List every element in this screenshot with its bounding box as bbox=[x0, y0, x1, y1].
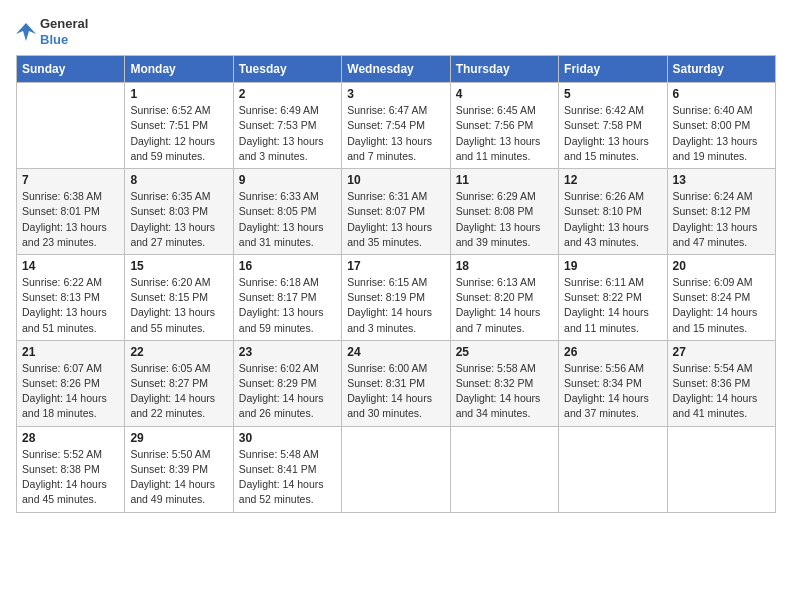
calendar-cell bbox=[559, 426, 667, 512]
svg-marker-0 bbox=[16, 23, 36, 41]
calendar-cell: 16Sunrise: 6:18 AMSunset: 8:17 PMDayligh… bbox=[233, 254, 341, 340]
day-info: Sunrise: 6:40 AMSunset: 8:00 PMDaylight:… bbox=[673, 103, 770, 164]
calendar-cell: 8Sunrise: 6:35 AMSunset: 8:03 PMDaylight… bbox=[125, 169, 233, 255]
calendar-cell: 14Sunrise: 6:22 AMSunset: 8:13 PMDayligh… bbox=[17, 254, 125, 340]
sunset-text: Sunset: 8:31 PM bbox=[347, 377, 425, 389]
calendar-cell: 28Sunrise: 5:52 AMSunset: 8:38 PMDayligh… bbox=[17, 426, 125, 512]
calendar-cell: 6Sunrise: 6:40 AMSunset: 8:00 PMDaylight… bbox=[667, 83, 775, 169]
day-info: Sunrise: 6:24 AMSunset: 8:12 PMDaylight:… bbox=[673, 189, 770, 250]
sunrise-text: Sunrise: 6:20 AM bbox=[130, 276, 210, 288]
daylight-text: Daylight: 14 hours and 30 minutes. bbox=[347, 392, 432, 419]
daylight-text: Daylight: 13 hours and 55 minutes. bbox=[130, 306, 215, 333]
calendar-cell: 19Sunrise: 6:11 AMSunset: 8:22 PMDayligh… bbox=[559, 254, 667, 340]
sunrise-text: Sunrise: 6:22 AM bbox=[22, 276, 102, 288]
day-info: Sunrise: 6:29 AMSunset: 8:08 PMDaylight:… bbox=[456, 189, 553, 250]
day-info: Sunrise: 6:49 AMSunset: 7:53 PMDaylight:… bbox=[239, 103, 336, 164]
calendar-cell: 7Sunrise: 6:38 AMSunset: 8:01 PMDaylight… bbox=[17, 169, 125, 255]
calendar-cell: 30Sunrise: 5:48 AMSunset: 8:41 PMDayligh… bbox=[233, 426, 341, 512]
day-number: 7 bbox=[22, 173, 119, 187]
day-number: 4 bbox=[456, 87, 553, 101]
day-info: Sunrise: 6:31 AMSunset: 8:07 PMDaylight:… bbox=[347, 189, 444, 250]
calendar-cell: 26Sunrise: 5:56 AMSunset: 8:34 PMDayligh… bbox=[559, 340, 667, 426]
sunrise-text: Sunrise: 6:31 AM bbox=[347, 190, 427, 202]
daylight-text: Daylight: 14 hours and 7 minutes. bbox=[456, 306, 541, 333]
calendar-cell bbox=[17, 83, 125, 169]
day-number: 1 bbox=[130, 87, 227, 101]
day-info: Sunrise: 6:35 AMSunset: 8:03 PMDaylight:… bbox=[130, 189, 227, 250]
day-info: Sunrise: 5:56 AMSunset: 8:34 PMDaylight:… bbox=[564, 361, 661, 422]
day-info: Sunrise: 6:18 AMSunset: 8:17 PMDaylight:… bbox=[239, 275, 336, 336]
sunrise-text: Sunrise: 6:24 AM bbox=[673, 190, 753, 202]
day-info: Sunrise: 5:52 AMSunset: 8:38 PMDaylight:… bbox=[22, 447, 119, 508]
week-row-1: 1Sunrise: 6:52 AMSunset: 7:51 PMDaylight… bbox=[17, 83, 776, 169]
weekday-header-friday: Friday bbox=[559, 56, 667, 83]
daylight-text: Daylight: 14 hours and 15 minutes. bbox=[673, 306, 758, 333]
sunset-text: Sunset: 8:08 PM bbox=[456, 205, 534, 217]
daylight-text: Daylight: 14 hours and 3 minutes. bbox=[347, 306, 432, 333]
day-info: Sunrise: 6:13 AMSunset: 8:20 PMDaylight:… bbox=[456, 275, 553, 336]
day-number: 21 bbox=[22, 345, 119, 359]
day-number: 16 bbox=[239, 259, 336, 273]
sunrise-text: Sunrise: 6:45 AM bbox=[456, 104, 536, 116]
calendar-cell: 11Sunrise: 6:29 AMSunset: 8:08 PMDayligh… bbox=[450, 169, 558, 255]
sunrise-text: Sunrise: 5:48 AM bbox=[239, 448, 319, 460]
day-number: 25 bbox=[456, 345, 553, 359]
day-number: 3 bbox=[347, 87, 444, 101]
calendar-cell: 9Sunrise: 6:33 AMSunset: 8:05 PMDaylight… bbox=[233, 169, 341, 255]
weekday-header-thursday: Thursday bbox=[450, 56, 558, 83]
day-number: 2 bbox=[239, 87, 336, 101]
sunset-text: Sunset: 8:20 PM bbox=[456, 291, 534, 303]
day-number: 30 bbox=[239, 431, 336, 445]
day-number: 15 bbox=[130, 259, 227, 273]
day-info: Sunrise: 6:02 AMSunset: 8:29 PMDaylight:… bbox=[239, 361, 336, 422]
daylight-text: Daylight: 13 hours and 59 minutes. bbox=[239, 306, 324, 333]
sunrise-text: Sunrise: 6:15 AM bbox=[347, 276, 427, 288]
day-info: Sunrise: 6:47 AMSunset: 7:54 PMDaylight:… bbox=[347, 103, 444, 164]
logo-text-block: GeneralBlue bbox=[40, 16, 88, 47]
sunset-text: Sunset: 8:07 PM bbox=[347, 205, 425, 217]
day-number: 23 bbox=[239, 345, 336, 359]
calendar-cell: 29Sunrise: 5:50 AMSunset: 8:39 PMDayligh… bbox=[125, 426, 233, 512]
calendar-cell: 1Sunrise: 6:52 AMSunset: 7:51 PMDaylight… bbox=[125, 83, 233, 169]
sunrise-text: Sunrise: 5:58 AM bbox=[456, 362, 536, 374]
sunset-text: Sunset: 8:15 PM bbox=[130, 291, 208, 303]
day-number: 19 bbox=[564, 259, 661, 273]
day-number: 13 bbox=[673, 173, 770, 187]
sunset-text: Sunset: 7:56 PM bbox=[456, 119, 534, 131]
day-info: Sunrise: 6:38 AMSunset: 8:01 PMDaylight:… bbox=[22, 189, 119, 250]
daylight-text: Daylight: 13 hours and 7 minutes. bbox=[347, 135, 432, 162]
week-row-3: 14Sunrise: 6:22 AMSunset: 8:13 PMDayligh… bbox=[17, 254, 776, 340]
sunset-text: Sunset: 8:36 PM bbox=[673, 377, 751, 389]
daylight-text: Daylight: 13 hours and 35 minutes. bbox=[347, 221, 432, 248]
sunset-text: Sunset: 7:54 PM bbox=[347, 119, 425, 131]
day-number: 12 bbox=[564, 173, 661, 187]
day-number: 9 bbox=[239, 173, 336, 187]
week-row-4: 21Sunrise: 6:07 AMSunset: 8:26 PMDayligh… bbox=[17, 340, 776, 426]
sunset-text: Sunset: 8:00 PM bbox=[673, 119, 751, 131]
calendar-cell: 15Sunrise: 6:20 AMSunset: 8:15 PMDayligh… bbox=[125, 254, 233, 340]
sunset-text: Sunset: 8:13 PM bbox=[22, 291, 100, 303]
sunset-text: Sunset: 8:32 PM bbox=[456, 377, 534, 389]
day-info: Sunrise: 6:09 AMSunset: 8:24 PMDaylight:… bbox=[673, 275, 770, 336]
sunrise-text: Sunrise: 6:49 AM bbox=[239, 104, 319, 116]
calendar-cell: 20Sunrise: 6:09 AMSunset: 8:24 PMDayligh… bbox=[667, 254, 775, 340]
day-info: Sunrise: 6:15 AMSunset: 8:19 PMDaylight:… bbox=[347, 275, 444, 336]
sunrise-text: Sunrise: 6:00 AM bbox=[347, 362, 427, 374]
logo-general: General bbox=[40, 16, 88, 32]
sunrise-text: Sunrise: 5:50 AM bbox=[130, 448, 210, 460]
daylight-text: Daylight: 13 hours and 43 minutes. bbox=[564, 221, 649, 248]
daylight-text: Daylight: 14 hours and 41 minutes. bbox=[673, 392, 758, 419]
sunset-text: Sunset: 7:58 PM bbox=[564, 119, 642, 131]
sunset-text: Sunset: 8:19 PM bbox=[347, 291, 425, 303]
calendar-cell: 2Sunrise: 6:49 AMSunset: 7:53 PMDaylight… bbox=[233, 83, 341, 169]
daylight-text: Daylight: 14 hours and 34 minutes. bbox=[456, 392, 541, 419]
day-number: 29 bbox=[130, 431, 227, 445]
sunrise-text: Sunrise: 6:26 AM bbox=[564, 190, 644, 202]
weekday-header-tuesday: Tuesday bbox=[233, 56, 341, 83]
day-number: 5 bbox=[564, 87, 661, 101]
day-info: Sunrise: 6:45 AMSunset: 7:56 PMDaylight:… bbox=[456, 103, 553, 164]
day-number: 26 bbox=[564, 345, 661, 359]
sunrise-text: Sunrise: 6:42 AM bbox=[564, 104, 644, 116]
calendar-cell: 17Sunrise: 6:15 AMSunset: 8:19 PMDayligh… bbox=[342, 254, 450, 340]
sunrise-text: Sunrise: 6:09 AM bbox=[673, 276, 753, 288]
